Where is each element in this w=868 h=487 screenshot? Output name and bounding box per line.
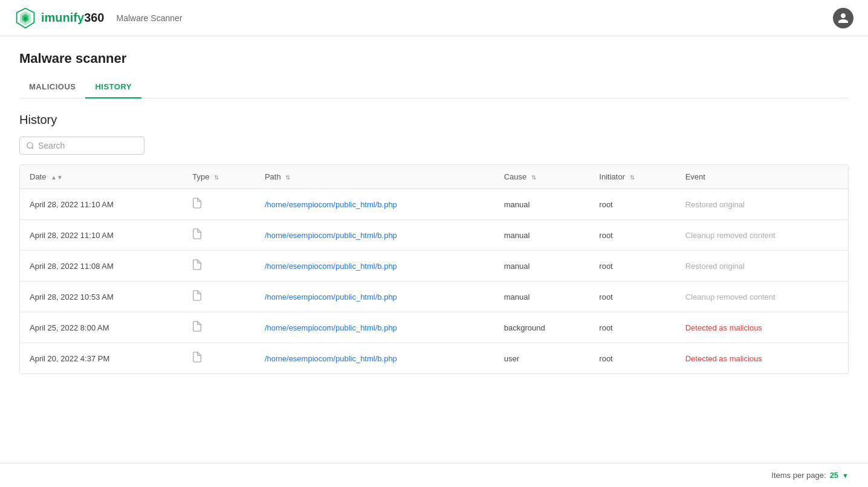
cell-type — [183, 189, 255, 220]
file-icon — [192, 262, 202, 272]
cell-path[interactable]: /home/esempiocom/public_html/b.php — [255, 189, 494, 220]
col-event: Event — [676, 165, 848, 189]
cell-initiator: root — [589, 312, 675, 343]
cell-date: April 28, 2022 11:10 AM — [20, 220, 183, 251]
page-title: Malware scanner — [19, 51, 849, 66]
event-label: Restored original — [685, 262, 745, 271]
search-icon — [26, 141, 34, 150]
event-label: Detected as malicious — [685, 323, 762, 332]
table-row: April 28, 2022 11:08 AM /home/esempiocom… — [20, 251, 848, 282]
cell-event: Detected as malicious — [676, 343, 848, 374]
cell-type — [183, 251, 255, 282]
history-table: Date ▲▼ Type ⇅ Path ⇅ Cause ⇅ — [19, 164, 849, 374]
cell-path[interactable]: /home/esempiocom/public_html/b.php — [255, 312, 494, 343]
path-link[interactable]: /home/esempiocom/public_html/b.php — [265, 200, 397, 209]
cell-event: Cleanup removed content — [676, 282, 848, 312]
cell-cause: background — [494, 312, 590, 343]
cell-cause: manual — [494, 220, 590, 251]
cell-event: Restored original — [676, 251, 848, 282]
cell-path[interactable]: /home/esempiocom/public_html/b.php — [255, 251, 494, 282]
tabs-container: MALICIOUS HISTORY — [19, 76, 849, 98]
cell-cause: manual — [494, 282, 590, 312]
table-row: April 28, 2022 10:53 AM /home/esempiocom… — [20, 282, 848, 312]
svg-point-4 — [27, 143, 33, 148]
search-input-wrapper[interactable] — [19, 137, 144, 155]
cell-event: Restored original — [676, 189, 848, 220]
search-container — [19, 137, 849, 155]
table-row: April 20, 2022 4:37 PM /home/esempiocom/… — [20, 343, 848, 374]
sort-initiator-icon: ⇅ — [630, 174, 635, 181]
cell-cause: user — [494, 343, 590, 374]
cell-date: April 28, 2022 11:08 AM — [20, 251, 183, 282]
path-link[interactable]: /home/esempiocom/public_html/b.php — [265, 292, 397, 302]
footer: Items per page: 25 ▼ — [0, 463, 868, 487]
logo-brand-text: imunify360 — [41, 11, 105, 25]
cell-date: April 25, 2022 8:00 AM — [20, 312, 183, 343]
col-date[interactable]: Date ▲▼ — [20, 165, 183, 189]
cell-type — [183, 343, 255, 374]
cell-initiator: root — [589, 220, 675, 251]
event-label: Detected as malicious — [685, 354, 762, 363]
event-label: Cleanup removed content — [685, 292, 776, 302]
sort-date-icon: ▲▼ — [51, 174, 63, 181]
col-path[interactable]: Path ⇅ — [255, 165, 494, 189]
cell-date: April 28, 2022 11:10 AM — [20, 189, 183, 220]
cell-cause: manual — [494, 251, 590, 282]
logo[interactable]: imunify360 — [15, 7, 105, 29]
items-per-page-dropdown[interactable]: ▼ — [842, 472, 849, 479]
cell-date: April 28, 2022 10:53 AM — [20, 282, 183, 312]
cell-type — [183, 282, 255, 312]
cell-initiator: root — [589, 282, 675, 312]
cell-initiator: root — [589, 251, 675, 282]
table-row: April 28, 2022 11:10 AM /home/esempiocom… — [20, 189, 848, 220]
file-icon — [192, 323, 202, 334]
cell-initiator: root — [589, 343, 675, 374]
sort-type-icon: ⇅ — [214, 174, 219, 181]
section-title: History — [19, 113, 849, 127]
items-per-page-value: 25 — [830, 471, 838, 480]
cell-initiator: root — [589, 189, 675, 220]
table-row: April 28, 2022 11:10 AM /home/esempiocom… — [20, 220, 848, 251]
main-content: Malware scanner MALICIOUS HISTORY Histor… — [0, 36, 868, 487]
avatar[interactable] — [833, 8, 853, 28]
header-app-name: Malware Scanner — [117, 13, 183, 23]
cell-event: Detected as malicious — [676, 312, 848, 343]
table-header-row: Date ▲▼ Type ⇅ Path ⇅ Cause ⇅ — [20, 165, 848, 189]
imunify-logo-icon — [15, 7, 36, 29]
col-cause[interactable]: Cause ⇅ — [494, 165, 590, 189]
cell-type — [183, 312, 255, 343]
path-link[interactable]: /home/esempiocom/public_html/b.php — [265, 323, 397, 332]
cell-path[interactable]: /home/esempiocom/public_html/b.php — [255, 282, 494, 312]
cell-cause: manual — [494, 189, 590, 220]
path-link[interactable]: /home/esempiocom/public_html/b.php — [265, 231, 397, 240]
file-icon — [192, 200, 202, 210]
svg-line-5 — [32, 147, 34, 149]
cell-type — [183, 220, 255, 251]
col-initiator[interactable]: Initiator ⇅ — [589, 165, 675, 189]
sort-path-icon: ⇅ — [285, 174, 290, 181]
cell-path[interactable]: /home/esempiocom/public_html/b.php — [255, 220, 494, 251]
cell-date: April 20, 2022 4:37 PM — [20, 343, 183, 374]
search-input[interactable] — [38, 141, 138, 150]
tab-malicious[interactable]: MALICIOUS — [19, 76, 85, 98]
file-icon — [192, 354, 202, 364]
header-left: imunify360 Malware Scanner — [15, 7, 182, 29]
tab-history[interactable]: HISTORY — [85, 76, 141, 98]
path-link[interactable]: /home/esempiocom/public_html/b.php — [265, 354, 397, 363]
cell-event: Cleanup removed content — [676, 220, 848, 251]
file-icon — [192, 231, 202, 241]
table-row: April 25, 2022 8:00 AM /home/esempiocom/… — [20, 312, 848, 343]
path-link[interactable]: /home/esempiocom/public_html/b.php — [265, 262, 397, 271]
items-per-page-label: Items per page: — [771, 471, 826, 480]
col-type[interactable]: Type ⇅ — [183, 165, 255, 189]
sort-cause-icon: ⇅ — [531, 174, 536, 181]
event-label: Cleanup removed content — [685, 231, 776, 240]
event-label: Restored original — [685, 200, 745, 209]
cell-path[interactable]: /home/esempiocom/public_html/b.php — [255, 343, 494, 374]
file-icon — [192, 292, 202, 303]
header: imunify360 Malware Scanner — [0, 0, 868, 36]
